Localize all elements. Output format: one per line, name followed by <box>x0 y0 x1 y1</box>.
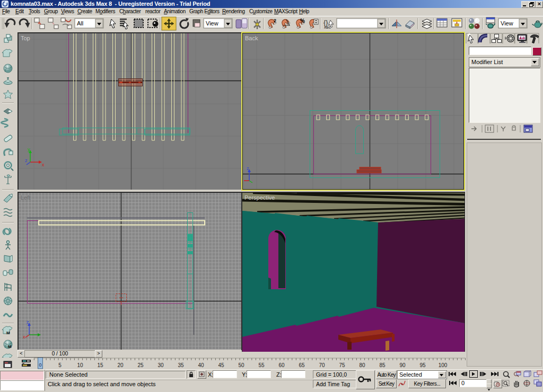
svg-text:Perspective: Perspective <box>244 194 275 201</box>
svg-text:60: 60 <box>278 362 285 368</box>
svg-text:55: 55 <box>258 362 265 368</box>
svg-text:z: z <box>27 319 29 325</box>
svg-text:0: 0 <box>39 362 41 368</box>
svg-text:95: 95 <box>419 362 426 368</box>
svg-text:10: 10 <box>77 362 83 368</box>
svg-text:90: 90 <box>399 362 406 368</box>
svg-text:View: View <box>206 20 218 26</box>
svg-text:x: x <box>42 162 45 167</box>
svg-text:85: 85 <box>379 362 386 368</box>
svg-text:{}: {} <box>323 19 328 26</box>
svg-text:65: 65 <box>299 362 305 368</box>
svg-text:45: 45 <box>218 362 224 368</box>
svg-text:M: M <box>6 331 10 335</box>
svg-text:M: M <box>8 344 12 349</box>
svg-text:x: x <box>23 334 25 340</box>
svg-text:25: 25 <box>137 362 144 368</box>
svg-text:40: 40 <box>198 362 204 368</box>
svg-text:80: 80 <box>359 362 365 368</box>
svg-text:y: y <box>28 147 30 152</box>
svg-text:Left: Left <box>21 194 30 201</box>
svg-text:Top: Top <box>21 35 30 41</box>
svg-text:Back: Back <box>245 35 258 41</box>
svg-text:50: 50 <box>238 362 244 368</box>
svg-text:z: z <box>25 158 28 163</box>
svg-text:5: 5 <box>58 362 62 368</box>
svg-text:70: 70 <box>319 362 325 368</box>
svg-text:All: All <box>77 20 83 26</box>
svg-text:2: 2 <box>274 18 276 23</box>
svg-text:35: 35 <box>178 362 184 368</box>
svg-text:15: 15 <box>97 362 103 368</box>
svg-text:%: % <box>300 18 305 24</box>
svg-text:20: 20 <box>117 362 124 368</box>
svg-text:75: 75 <box>339 362 345 368</box>
svg-text:ABC: ABC <box>324 26 331 29</box>
svg-text:z: z <box>247 166 249 171</box>
svg-text:View: View <box>501 20 513 26</box>
svg-text:30: 30 <box>157 362 164 368</box>
svg-text:100: 100 <box>439 362 448 368</box>
